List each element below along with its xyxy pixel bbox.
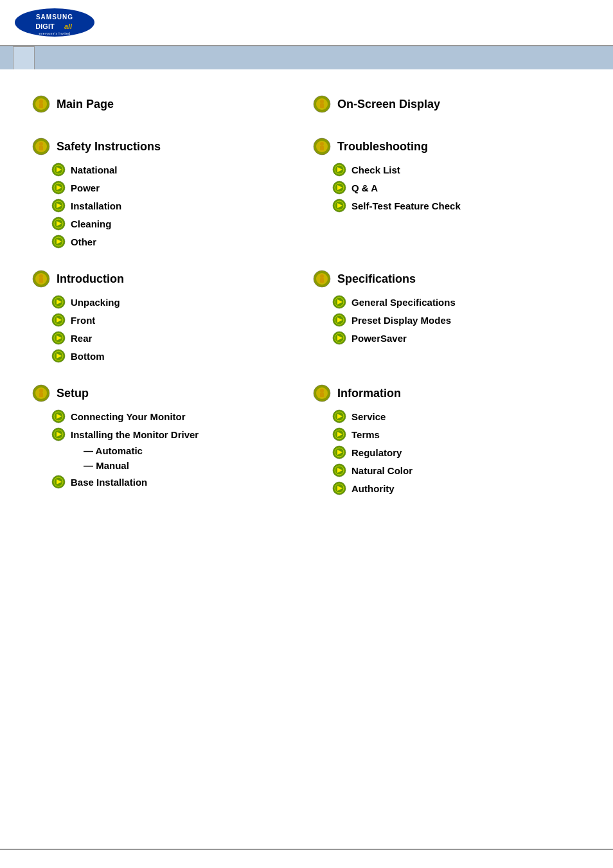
sub-item-arrow-icon	[51, 217, 66, 231]
main-section-icon	[32, 270, 50, 288]
sub-item[interactable]: Natural Color	[332, 461, 581, 479]
sub-item-arrow-icon	[332, 313, 346, 327]
sub-sub-item[interactable]: — Manual	[84, 458, 300, 473]
sub-item-label: Unpacking	[71, 297, 120, 308]
sub-item-arrow-icon	[51, 475, 66, 489]
sub-item[interactable]: Cleaning	[51, 215, 300, 233]
svg-rect-48	[39, 278, 43, 283]
sub-item-arrow-icon	[332, 445, 346, 459]
sub-item[interactable]: Other	[51, 233, 300, 251]
header: SAMSUNG DIGIT all everyone's Invited	[0, 0, 613, 46]
sub-item-arrow-icon	[51, 313, 66, 327]
sub-item-arrow-icon	[51, 427, 66, 441]
sub-item-arrow-icon	[332, 463, 346, 477]
sub-item[interactable]: Authority	[332, 479, 581, 497]
nav-tab[interactable]	[13, 46, 35, 69]
sub-item-arrow-icon	[51, 409, 66, 423]
svg-point-34	[320, 142, 324, 146]
section-header-information[interactable]: Information	[313, 384, 581, 402]
sub-item-arrow-icon	[332, 181, 346, 195]
sub-item[interactable]: Front	[51, 311, 300, 329]
sub-item-arrow-icon	[332, 481, 346, 495]
logo: SAMSUNG DIGIT all everyone's Invited	[13, 6, 96, 39]
sub-items-introduction: Unpacking Front Rear Bottom	[51, 293, 300, 365]
section-title-introduction: Introduction	[57, 272, 124, 286]
sub-item-arrow-icon	[332, 331, 346, 345]
sub-item[interactable]: Natational	[51, 161, 300, 179]
sub-item[interactable]: Regulatory	[332, 443, 581, 461]
sub-item-label: Self-Test Feature Check	[351, 200, 461, 211]
main-section-icon	[313, 95, 331, 113]
sub-item-label: Bottom	[71, 351, 105, 362]
svg-point-63	[320, 274, 324, 278]
sub-item-arrow-icon	[51, 181, 66, 195]
sub-item[interactable]: Self-Test Feature Check	[332, 197, 581, 215]
section-header-on-screen-display[interactable]: On-Screen Display	[313, 95, 581, 113]
sub-item-arrow-icon	[51, 235, 66, 249]
sub-items-setup: Connecting Your Monitor Installing the M…	[51, 407, 300, 491]
sub-item[interactable]: Check List	[332, 161, 581, 179]
section-header-specifications[interactable]: Specifications	[313, 270, 581, 288]
main-section-icon	[32, 95, 50, 113]
sub-item[interactable]: Installing the Monitor Driver	[51, 425, 300, 443]
sub-sub-item-label: — Automatic	[84, 445, 143, 456]
section-header-setup[interactable]: Setup	[32, 384, 300, 402]
sub-item-label: Natational	[71, 164, 118, 175]
svg-text:everyone's  Invited: everyone's Invited	[39, 31, 70, 35]
sub-item-label: PowerSaver	[351, 333, 407, 344]
section-header-main-page[interactable]: Main Page	[32, 95, 300, 113]
sub-item[interactable]: Service	[332, 407, 581, 425]
section-title-safety-instructions: Safety Instructions	[57, 140, 161, 154]
sub-item[interactable]: Connecting Your Monitor	[51, 407, 300, 425]
sub-item[interactable]: Bottom	[51, 347, 300, 365]
sub-item-label: Check List	[351, 164, 400, 175]
section-title-setup: Setup	[57, 387, 89, 400]
sub-item-label: Terms	[351, 429, 380, 440]
sub-item[interactable]: Rear	[51, 329, 300, 347]
section-header-safety-instructions[interactable]: Safety Instructions	[32, 137, 300, 155]
sub-item-arrow-icon	[51, 163, 66, 177]
sub-item-label: Connecting Your Monitor	[71, 411, 186, 422]
sub-item[interactable]: General Specifications	[332, 293, 581, 311]
sub-item[interactable]: Q & A	[332, 179, 581, 197]
sub-items-troubleshooting: Check List Q & A Self-Test Feature Check	[332, 161, 581, 215]
section-header-troubleshooting[interactable]: Troubleshooting	[313, 137, 581, 155]
sub-item[interactable]: Unpacking	[51, 293, 300, 311]
sub-item-label: Base Installation	[71, 477, 147, 488]
sub-sub-item[interactable]: — Automatic	[84, 443, 300, 458]
section-troubleshooting: Troubleshooting Check List Q & A Self-Te…	[306, 125, 587, 257]
section-header-introduction[interactable]: Introduction	[32, 270, 300, 288]
sub-item[interactable]: Terms	[332, 425, 581, 443]
svg-point-15	[39, 142, 43, 146]
sub-sub-item-label: — Manual	[84, 460, 129, 471]
sub-item[interactable]: Installation	[51, 197, 300, 215]
main-section-icon	[32, 137, 50, 155]
sub-item[interactable]: Base Installation	[51, 473, 300, 491]
sub-item[interactable]: Power	[51, 179, 300, 197]
section-title-troubleshooting: Troubleshooting	[337, 140, 428, 154]
sub-item[interactable]: Preset Display Modes	[332, 311, 581, 329]
svg-text:SAMSUNG: SAMSUNG	[36, 13, 73, 21]
section-safety-instructions: Safety Instructions Natational Power Ins…	[26, 125, 306, 257]
sub-item-arrow-icon	[51, 199, 66, 213]
sub-item-label: Installing the Monitor Driver	[71, 429, 199, 440]
nav-bar	[0, 46, 613, 69]
section-information: Information Service Terms Regulatory Nat…	[306, 371, 587, 504]
sub-item-label: Natural Color	[351, 465, 413, 476]
sub-item-arrow-icon	[332, 427, 346, 441]
sub-item-arrow-icon	[332, 409, 346, 423]
sub-item-arrow-icon	[332, 163, 346, 177]
content-grid: Main Page On-Screen Display Safety Instr…	[26, 82, 587, 504]
section-specifications: Specifications General Specifications Pr…	[306, 257, 587, 371]
sub-item[interactable]: PowerSaver	[332, 329, 581, 347]
sub-item-label: Power	[71, 182, 100, 193]
sub-item-label: Q & A	[351, 182, 378, 193]
sub-item-label: Service	[351, 411, 386, 422]
svg-rect-35	[320, 146, 324, 150]
svg-text:DIGIT: DIGIT	[35, 22, 55, 30]
svg-rect-16	[39, 146, 43, 150]
sub-item-arrow-icon	[332, 295, 346, 309]
svg-rect-90	[320, 393, 324, 397]
svg-point-47	[39, 274, 43, 278]
sub-item-label: Rear	[71, 333, 92, 344]
